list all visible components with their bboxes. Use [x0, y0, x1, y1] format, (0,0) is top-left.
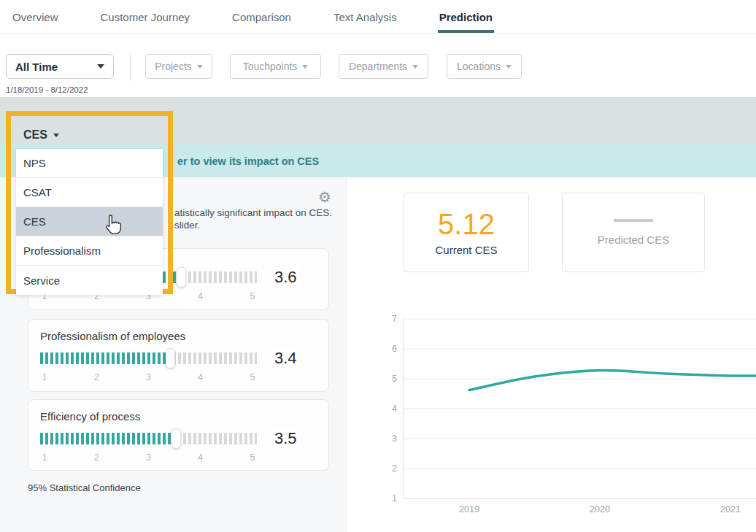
projects-filter-dropdown[interactable]: Projects [145, 54, 212, 79]
svg-text:4: 4 [392, 404, 397, 414]
slider-fill [40, 352, 170, 364]
tab-prediction[interactable]: Prediction [438, 0, 494, 33]
driver-slider[interactable] [40, 433, 257, 444]
chevron-down-icon [97, 64, 104, 69]
current-ces-card: 5.12 Current CES [404, 193, 529, 272]
menu-item-professionalism[interactable]: Professionalism [16, 236, 163, 266]
filter-divider [130, 52, 131, 81]
chevron-down-icon [412, 65, 418, 69]
tab-overview[interactable]: Overview [11, 0, 60, 33]
drivers-intro-line2: slider. [174, 219, 339, 231]
slider-handle[interactable] [166, 348, 175, 369]
menu-item-nps[interactable]: NPS [16, 149, 163, 178]
chevron-down-icon [53, 134, 59, 137]
svg-text:7: 7 [392, 314, 397, 324]
driver-card: Efficiency of process 3.5 1 2 3 4 5 [28, 399, 329, 471]
time-range-value: All Time [15, 61, 58, 73]
tab-text-analysis[interactable]: Text Analysis [332, 0, 398, 33]
gear-icon[interactable]: ⚙ [318, 190, 331, 204]
tick-label: 4 [198, 291, 203, 301]
prediction-dashboard: Overview Customer Journey Comparison Tex… [0, 0, 756, 532]
tick-label: 2 [94, 452, 99, 463]
departments-filter-label: Departments [349, 61, 407, 72]
svg-text:2019: 2019 [459, 504, 479, 514]
tick-label: 3 [146, 372, 151, 382]
svg-text:2021: 2021 [720, 504, 741, 514]
confidence-footnote: 95% Statistical Confidence [28, 482, 141, 493]
tick-label: 5 [250, 291, 255, 301]
driver-value: 3.4 [271, 349, 300, 368]
menu-item-ces[interactable]: CES [16, 207, 163, 236]
metric-dropdown-trigger[interactable]: CES [23, 121, 59, 149]
slider-tick-labels: 1 2 3 4 5 [40, 372, 257, 382]
predicted-ces-card: Predicted CES [562, 193, 705, 272]
locations-filter-label: Locations [457, 61, 501, 72]
slider-handle[interactable] [171, 428, 181, 449]
tick-label: 5 [250, 452, 255, 463]
tutorial-highlight-box: CES NPS CSAT CES Professionalism Service [6, 111, 173, 294]
driver-value: 3.6 [271, 268, 300, 287]
tick-label: 3 [146, 452, 151, 463]
hand-cursor-icon [104, 214, 123, 236]
slider-handle[interactable] [177, 267, 186, 288]
driver-title: Professionalism of employees [40, 330, 317, 342]
line-chart-svg: 1234567201920202021 [379, 310, 756, 518]
drivers-intro-text: atistically significant impact on CES. s… [174, 207, 339, 231]
menu-item-csat[interactable]: CSAT [16, 178, 163, 207]
tab-comparison[interactable]: Comparison [231, 0, 293, 33]
chevron-down-icon [197, 65, 203, 69]
svg-text:6: 6 [392, 344, 397, 354]
date-range-text: 1/18/2019 - 8/12/2022 [6, 85, 88, 94]
slider-tick-labels: 1 2 3 4 5 [40, 452, 257, 463]
predicted-ces-placeholder-dash [614, 219, 653, 222]
metric-dropdown-menu: NPS CSAT CES Professionalism Service [16, 149, 163, 295]
svg-text:2020: 2020 [590, 504, 610, 514]
driver-slider[interactable] [40, 352, 257, 364]
top-tab-bar: Overview Customer Journey Comparison Tex… [0, 0, 756, 34]
projects-filter-label: Projects [155, 61, 192, 72]
driver-card: Professionalism of employees 3.4 1 2 3 4… [28, 319, 329, 392]
tick-label: 1 [42, 372, 47, 382]
driver-value: 3.5 [271, 429, 300, 448]
predicted-ces-label: Predicted CES [598, 234, 669, 246]
chevron-down-icon [302, 65, 308, 69]
tick-label: 4 [198, 372, 203, 382]
departments-filter-dropdown[interactable]: Departments [339, 54, 428, 79]
menu-item-service[interactable]: Service [16, 266, 163, 295]
tick-label: 1 [42, 452, 47, 463]
info-banner-text: er to view its impact on CES [177, 155, 319, 167]
svg-text:5: 5 [392, 374, 397, 384]
driver-title: Efficiency of process [40, 410, 317, 422]
svg-text:1: 1 [392, 493, 397, 504]
locations-filter-dropdown[interactable]: Locations [447, 54, 522, 79]
current-ces-label: Current CES [435, 244, 497, 256]
chevron-down-icon [506, 65, 512, 69]
metric-dropdown-value: CES [23, 128, 47, 142]
slider-fill [40, 433, 176, 444]
time-range-dropdown[interactable]: All Time [6, 54, 114, 79]
svg-text:2: 2 [392, 463, 397, 474]
tick-label: 5 [250, 372, 255, 382]
current-ces-value: 5.12 [438, 209, 495, 239]
touchpoints-filter-dropdown[interactable]: Touchpoints [230, 54, 321, 79]
touchpoints-filter-label: Touchpoints [243, 61, 298, 72]
svg-text:3: 3 [392, 433, 397, 444]
tab-customer-journey[interactable]: Customer Journey [99, 0, 192, 33]
drivers-intro-line1: atistically significant impact on CES. [174, 207, 339, 219]
tick-label: 2 [94, 372, 99, 382]
tick-label: 4 [198, 452, 203, 463]
ces-trend-chart: 1234567201920202021 [379, 310, 756, 518]
